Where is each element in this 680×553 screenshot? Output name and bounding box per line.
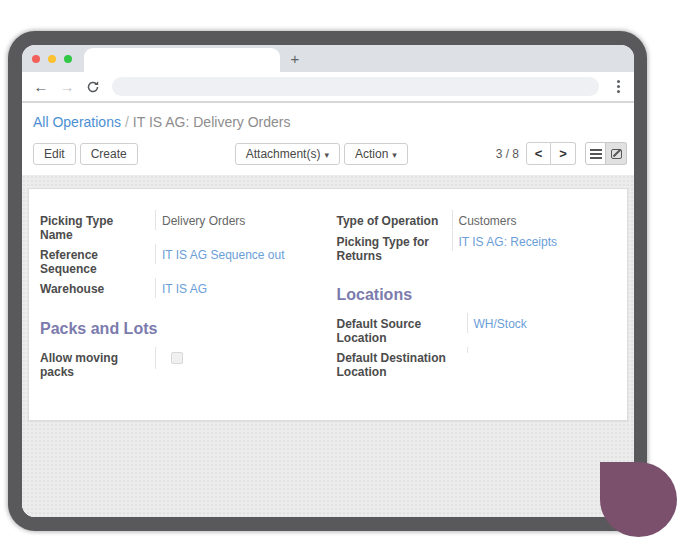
field-label: Type of Operation [337, 210, 452, 230]
field-group: Allow moving packs [40, 347, 323, 381]
control-panel: Edit Create Attachment(s)▾ Action▾ 3 / 8… [22, 138, 634, 175]
form-sheet: Picking Type Name Delivery Orders Refere… [28, 188, 628, 421]
field-value-type-of-operation: Customers [452, 210, 620, 230]
field-row: Default Destination Location [337, 347, 620, 381]
form-column-left: Picking Type Name Delivery Orders Refere… [40, 210, 323, 381]
address-bar[interactable] [112, 77, 599, 96]
pager-next-button[interactable]: > [551, 142, 576, 165]
field-label: Warehouse [40, 278, 155, 298]
breadcrumb-separator: / [121, 114, 133, 130]
pager-previous-button[interactable]: < [526, 142, 551, 165]
field-label: Picking Type Name [40, 210, 155, 244]
browser-window: + ← → All Operations/IT IS AG: Deliv [22, 45, 634, 517]
field-group: Type of Operation Customers Picking Type… [337, 210, 620, 265]
field-value-allow-moving-packs [155, 347, 323, 369]
create-button[interactable]: Create [80, 143, 138, 165]
close-window-icon[interactable] [32, 55, 40, 63]
maximize-window-icon[interactable] [64, 55, 72, 63]
screenshot-stage: + ← → All Operations/IT IS AG: Deliv [0, 0, 680, 553]
field-value-warehouse[interactable]: IT IS AG [155, 278, 323, 298]
field-value-picking-type-for-returns[interactable]: IT IS AG: Receipts [452, 231, 620, 251]
field-row: Default Source Location WH/Stock [337, 313, 620, 347]
pager-count: 3 / 8 [496, 147, 519, 161]
pager: 3 / 8 < > [496, 142, 627, 165]
list-view-button[interactable] [585, 142, 606, 165]
new-tab-button[interactable]: + [280, 48, 310, 72]
forward-icon: → [54, 78, 80, 95]
breadcrumb-current: IT IS AG: Delivery Orders [133, 114, 291, 130]
minimize-window-icon[interactable] [48, 55, 56, 63]
field-value-picking-type-name: Delivery Orders [155, 210, 323, 230]
allow-moving-packs-checkbox[interactable] [171, 352, 183, 364]
field-value-default-source-location[interactable]: WH/Stock [467, 313, 620, 333]
list-icon [590, 149, 602, 159]
section-title-packs-and-lots: Packs and Lots [40, 320, 323, 338]
field-value-default-destination-location [467, 347, 620, 353]
reload-icon[interactable] [80, 80, 106, 94]
action-dropdown[interactable]: Action▾ [344, 143, 408, 165]
field-label: Default Destination Location [337, 347, 467, 381]
field-row: Reference Sequence IT IS AG Sequence out [40, 244, 323, 278]
field-value-reference-sequence[interactable]: IT IS AG Sequence out [155, 244, 323, 264]
field-row: Warehouse IT IS AG [40, 278, 323, 299]
edit-button[interactable]: Edit [33, 143, 76, 165]
browser-navbar: ← → [22, 72, 634, 103]
attachments-dropdown[interactable]: Attachment(s)▾ [235, 143, 340, 165]
tab-strip: + [22, 45, 634, 72]
chevron-down-icon: ▾ [324, 150, 329, 160]
field-row: Allow moving packs [40, 347, 323, 381]
field-label: Picking Type for Returns [337, 231, 452, 265]
dropdown-buttons: Attachment(s)▾ Action▾ [235, 143, 408, 165]
window-controls [22, 55, 72, 72]
pager-buttons: < > [526, 142, 576, 165]
form-background: Picking Type Name Delivery Orders Refere… [22, 175, 634, 517]
field-label: Default Source Location [337, 313, 467, 347]
field-group: Picking Type Name Delivery Orders Refere… [40, 210, 323, 299]
field-row: Picking Type for Returns IT IS AG: Recei… [337, 231, 620, 265]
app-page: All Operations/IT IS AG: Delivery Orders… [22, 103, 634, 517]
field-row: Picking Type Name Delivery Orders [40, 210, 323, 244]
browser-tab[interactable] [84, 48, 280, 72]
field-label: Reference Sequence [40, 244, 155, 278]
form-view-button[interactable] [606, 142, 627, 165]
section-title-locations: Locations [337, 286, 620, 304]
field-group: Default Source Location WH/Stock Default… [337, 313, 620, 381]
field-label: Allow moving packs [40, 347, 155, 381]
edit-form-icon [611, 149, 622, 159]
decorative-purple-shape [600, 462, 677, 537]
browser-frame: + ← → All Operations/IT IS AG: Deliv [8, 31, 647, 531]
view-switcher [585, 142, 627, 165]
form-column-right: Type of Operation Customers Picking Type… [337, 210, 620, 381]
breadcrumb: All Operations/IT IS AG: Delivery Orders [22, 103, 634, 138]
back-icon[interactable]: ← [28, 78, 54, 95]
browser-menu-icon[interactable] [613, 80, 624, 93]
chevron-down-icon: ▾ [392, 150, 397, 160]
field-row: Type of Operation Customers [337, 210, 620, 231]
breadcrumb-link-all-operations[interactable]: All Operations [33, 114, 121, 130]
